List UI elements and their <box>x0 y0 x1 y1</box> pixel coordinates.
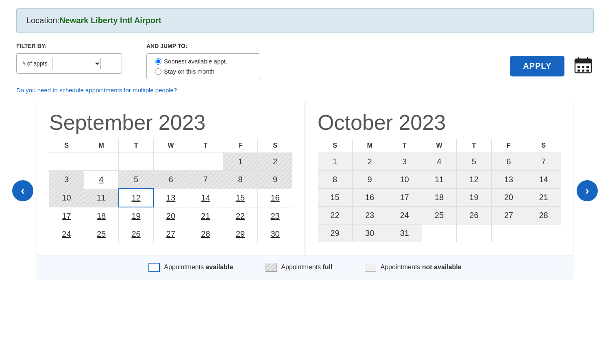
day-not-available: 30 <box>352 225 387 242</box>
col-s3: S <box>318 139 352 153</box>
legend-available-box <box>148 263 160 272</box>
october-title: October 2023 <box>318 110 561 135</box>
day-not-available: 14 <box>526 171 561 189</box>
september-grid: S M T W T F S 12345678910111213141516171… <box>49 139 292 243</box>
apply-button[interactable]: APPLY <box>510 56 564 76</box>
multi-people-link[interactable]: Do you need to schedule appointments for… <box>16 87 177 94</box>
filter-section: FILTER BY: # of appts. 1 2 3 4 5 <box>16 43 122 74</box>
col-t2: T <box>188 139 223 153</box>
day-empty <box>491 225 526 242</box>
day-full: 7 <box>188 171 223 189</box>
october-header-row: S M T W T F S <box>318 139 561 153</box>
day-not-available: 23 <box>352 207 387 225</box>
day-not-available: 28 <box>526 207 561 225</box>
day-available[interactable]: 15 <box>223 189 257 207</box>
col-t3: T <box>387 139 422 153</box>
calendar-september: September 2023 S M T W T F S <box>37 102 305 255</box>
col-f2: F <box>491 139 526 153</box>
day-empty <box>422 225 456 242</box>
day-available[interactable]: 13 <box>153 189 188 207</box>
appts-select[interactable]: 1 2 3 4 5 <box>52 58 101 69</box>
col-s2: S <box>258 139 292 153</box>
calendar-icon <box>574 57 592 74</box>
october-body: 1234567891011121314151617181920212223242… <box>318 153 561 242</box>
radio-stay[interactable] <box>155 68 161 75</box>
svg-rect-10 <box>586 70 589 72</box>
day-available[interactable]: 21 <box>188 207 223 225</box>
day-full: 9 <box>258 171 292 189</box>
day-available[interactable]: 23 <box>258 207 292 225</box>
day-available[interactable]: 30 <box>258 225 292 243</box>
day-empty <box>84 153 118 171</box>
day-available[interactable]: 20 <box>153 207 188 225</box>
next-button[interactable]: › <box>577 180 598 201</box>
col-t4: T <box>457 139 491 153</box>
legend-na-text: Appointments not available <box>380 264 461 271</box>
table-row: 1234567 <box>318 153 561 171</box>
day-not-available: 17 <box>387 189 422 207</box>
svg-rect-9 <box>582 70 584 72</box>
day-empty <box>457 225 491 242</box>
october-grid: S M T W T F S 12345678910111213141516171… <box>318 139 561 242</box>
col-m1: M <box>84 139 118 153</box>
svg-rect-8 <box>577 70 580 72</box>
day-full: 3 <box>49 171 84 189</box>
jump-box: Soonest available appt. Stay on this mon… <box>146 53 260 79</box>
day-empty <box>188 153 223 171</box>
legend-full: Appointments full <box>266 263 332 272</box>
location-value: Newark Liberty Intl Airport <box>59 16 161 25</box>
day-empty <box>153 153 188 171</box>
day-available[interactable]: 25 <box>84 225 118 243</box>
prev-button[interactable]: ‹ <box>12 180 33 201</box>
day-available[interactable]: 16 <box>258 189 292 207</box>
legend: Appointments available Appointments full… <box>37 255 573 279</box>
september-body: 1234567891011121314151617181920212223242… <box>49 153 292 243</box>
day-full: 6 <box>153 171 188 189</box>
jump-title: AND JUMP TO: <box>146 43 260 49</box>
day-available[interactable]: 22 <box>223 207 257 225</box>
day-not-available: 26 <box>457 207 491 225</box>
day-available[interactable]: 29 <box>223 225 257 243</box>
day-not-available: 2 <box>352 153 387 171</box>
day-available[interactable]: 27 <box>153 225 188 243</box>
col-w2: W <box>422 139 456 153</box>
day-not-available: 22 <box>318 207 352 225</box>
day-available[interactable]: 19 <box>119 207 153 225</box>
col-f1: F <box>223 139 257 153</box>
day-available[interactable]: 28 <box>188 225 223 243</box>
svg-rect-6 <box>582 66 584 68</box>
day-today-selected[interactable]: 12 <box>119 189 153 207</box>
table-row: 891011121314 <box>318 171 561 189</box>
radio-soonest-label: Soonest available appt. <box>164 58 227 65</box>
day-available[interactable]: 24 <box>49 225 84 243</box>
day-empty <box>119 153 153 171</box>
filter-title: FILTER BY: <box>16 43 122 49</box>
september-title: September 2023 <box>49 110 292 135</box>
calendar-icon-button[interactable] <box>573 55 594 77</box>
day-not-available: 19 <box>457 189 491 207</box>
day-available[interactable]: 26 <box>119 225 153 243</box>
day-available[interactable]: 4 <box>84 171 118 189</box>
radio-stay-label: Stay on this month <box>164 68 214 75</box>
table-row: 22232425262728 <box>318 207 561 225</box>
radio-soonest[interactable] <box>155 58 161 65</box>
day-available[interactable]: 14 <box>188 189 223 207</box>
table-row: 10111213141516 <box>49 189 292 207</box>
day-not-available: 13 <box>491 171 526 189</box>
day-empty <box>526 225 561 242</box>
jump-option-soonest[interactable]: Soonest available appt. <box>155 58 252 65</box>
filter-box: # of appts. 1 2 3 4 5 <box>16 53 122 74</box>
day-full: 2 <box>258 153 292 171</box>
day-available[interactable]: 18 <box>84 207 118 225</box>
day-available[interactable]: 17 <box>49 207 84 225</box>
legend-na-box <box>365 263 376 272</box>
day-not-available: 31 <box>387 225 422 242</box>
legend-available: Appointments available <box>148 263 233 272</box>
col-w1: W <box>153 139 188 153</box>
table-row: 293031 <box>318 225 561 242</box>
calendar-wrapper: ‹ › September 2023 S M T W T F S <box>16 102 594 279</box>
col-t1: T <box>119 139 153 153</box>
day-not-available: 20 <box>491 189 526 207</box>
day-not-available: 3 <box>387 153 422 171</box>
jump-option-stay[interactable]: Stay on this month <box>155 68 252 75</box>
